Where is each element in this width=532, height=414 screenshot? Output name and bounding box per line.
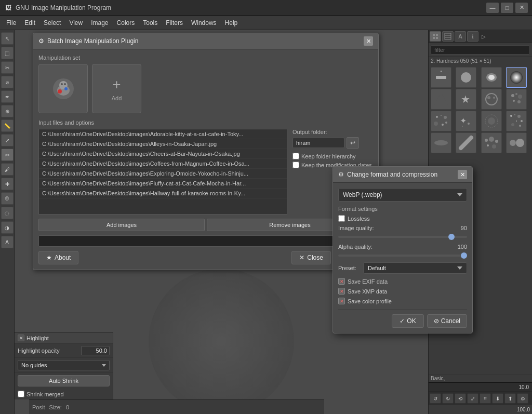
tool-heal[interactable]: ✚ [1, 178, 14, 190]
brush-item[interactable] [506, 67, 527, 88]
alpha-quality-value: 100 [458, 244, 467, 250]
right-mini-btn-3[interactable]: ⟲ [455, 393, 466, 404]
lossless-checkbox[interactable] [338, 215, 345, 222]
about-button[interactable]: ★ About [38, 251, 78, 264]
brush-item[interactable] [456, 67, 476, 88]
brush-item[interactable] [481, 111, 502, 131]
batch-dialog-close-button[interactable]: ✕ [364, 36, 373, 46]
tool-color-picker[interactable]: ✒ [1, 90, 14, 103]
brush-item[interactable] [506, 111, 527, 131]
file-item[interactable]: C:\Users\hiram\OneDrive\Desktop\images\A… [39, 129, 287, 139]
tool-dodge[interactable]: ◑ [1, 221, 14, 234]
right-mini-btn-4[interactable]: ⤢ [467, 393, 478, 404]
save-xmp-x-mark[interactable]: ✕ [338, 288, 345, 295]
right-mini-btn-2[interactable]: ↻ [442, 393, 454, 404]
image-quality-slider[interactable] [338, 236, 467, 238]
expand-panel-button[interactable]: ▷ [480, 31, 488, 42]
menu-file[interactable]: File [2, 17, 20, 29]
tool-measure[interactable]: 📏 [1, 119, 14, 132]
highlight-opacity-input[interactable] [81, 346, 110, 355]
save-exif-x-mark[interactable]: ✕ [338, 278, 345, 285]
right-mini-btn-8[interactable]: ⚙ [517, 393, 528, 404]
brush-item[interactable] [431, 67, 451, 88]
svg-point-29 [517, 100, 521, 103]
menu-edit[interactable]: Edit [20, 17, 39, 29]
file-item[interactable]: C:\Users\hiram\OneDrive\Desktop\images\C… [39, 159, 287, 169]
brush-item[interactable]: ✦ [456, 111, 476, 131]
svg-marker-20 [434, 92, 448, 105]
brush-item[interactable] [506, 89, 527, 110]
brush-filter-input[interactable] [431, 45, 530, 55]
panel-tab-info[interactable]: ℹ [467, 31, 478, 42]
menu-filters[interactable]: Filters [162, 17, 187, 29]
panel-tab-brushes[interactable] [430, 31, 441, 42]
file-item[interactable]: C:\Users\hiram\OneDrive\Desktop\images\A… [39, 139, 287, 149]
tool-rect-select[interactable]: ⬚ [1, 47, 14, 59]
svg-rect-11 [445, 33, 451, 39]
alpha-quality-slider[interactable] [338, 255, 467, 257]
add-images-button[interactable]: Add images [38, 219, 205, 231]
ok-button[interactable]: ✓ OK [392, 314, 423, 328]
format-type-select[interactable]: WebP (.webp) PNG (.png) JPEG (.jpg) TIFF… [338, 188, 467, 202]
tool-zoom[interactable]: ⊕ [1, 105, 14, 117]
brush-item[interactable] [431, 132, 451, 153]
menu-windows[interactable]: Windows [187, 17, 221, 29]
file-item[interactable]: C:\Users\hiram\OneDrive\Desktop\images\H… [39, 189, 287, 198]
minimize-button[interactable]: — [486, 3, 499, 13]
output-folder-input[interactable] [292, 138, 344, 148]
folder-back-button[interactable]: ↩ [347, 137, 359, 149]
manipulation-set-label: Manipulation set [38, 55, 373, 61]
maximize-button[interactable]: □ [501, 3, 513, 13]
svg-rect-9 [433, 37, 435, 39]
tool-crop[interactable]: ✂ [1, 149, 14, 161]
brush-item[interactable] [506, 132, 527, 153]
format-dialog-close-button[interactable]: ✕ [458, 170, 467, 179]
right-mini-btn-1[interactable]: ↺ [430, 393, 441, 404]
tool-pointer[interactable]: ↖ [1, 32, 14, 45]
brush-item[interactable] [481, 132, 502, 153]
brush-item[interactable]: ★ [456, 89, 476, 110]
right-mini-btn-5[interactable]: ⌗ [480, 393, 491, 404]
tool-text[interactable]: A [1, 236, 14, 248]
shrink-merged-checkbox[interactable] [18, 391, 24, 397]
brush-item[interactable] [431, 89, 451, 110]
cancel-button[interactable]: ⊘ Cancel [427, 314, 467, 328]
close-window-button[interactable]: ✕ [515, 3, 528, 13]
batch-dialog: ⚙ Batch Image Manipulation Plugin ✕ Mani… [33, 33, 379, 270]
files-list[interactable]: C:\Users\hiram\OneDrive\Desktop\images\A… [38, 129, 287, 215]
tool-paint[interactable]: 🖌 [1, 163, 14, 176]
brush-item[interactable] [456, 132, 476, 153]
brush-item[interactable] [431, 111, 451, 131]
guides-dropdown[interactable]: No guides [18, 360, 110, 370]
manip-item-gimp[interactable] [38, 64, 88, 113]
file-item[interactable]: C:\Users\hiram\OneDrive\Desktop\images\E… [39, 169, 287, 179]
menu-view[interactable]: View [65, 17, 87, 29]
right-mini-btn-7[interactable]: ⬆ [504, 393, 516, 404]
close-dialog-button[interactable]: ✕ Close [291, 251, 331, 264]
keep-dates-checkbox[interactable] [292, 162, 299, 168]
brush-item[interactable] [481, 67, 502, 88]
brush-item[interactable] [481, 89, 502, 110]
auto-shrink-button[interactable]: Auto Shrink [18, 375, 110, 386]
tool-fuzzy-select[interactable]: ⌀ [1, 76, 14, 88]
highlight-close[interactable]: ✕ [18, 335, 24, 341]
menu-tools[interactable]: Tools [139, 17, 162, 29]
panel-tab-fonts[interactable]: A [455, 31, 466, 42]
file-item[interactable]: C:\Users\hiram\OneDrive\Desktop\images\F… [39, 179, 287, 189]
menu-select[interactable]: Select [39, 17, 65, 29]
right-mini-btn-6[interactable]: ⬇ [492, 393, 503, 404]
menu-help[interactable]: Help [221, 17, 242, 29]
preset-select[interactable]: Default Picture Photo Drawing Icon Text [363, 262, 467, 274]
manip-item-add[interactable]: + Add [92, 64, 141, 113]
file-item[interactable]: C:\Users\hiram\OneDrive\Desktop\images\C… [39, 149, 287, 159]
svg-point-37 [468, 123, 470, 125]
menu-image[interactable]: Image [87, 17, 112, 29]
tool-clone[interactable]: © [1, 192, 14, 205]
keep-folder-checkbox[interactable] [292, 153, 299, 159]
tool-transform[interactable]: ⤢ [1, 134, 14, 146]
panel-tab-patterns[interactable] [442, 31, 454, 42]
save-color-profile-x-mark[interactable]: ✕ [338, 298, 345, 304]
tool-blur[interactable]: ◌ [1, 207, 14, 219]
tool-lasso[interactable]: ✂ [1, 61, 14, 74]
menu-colors[interactable]: Colors [113, 17, 139, 29]
